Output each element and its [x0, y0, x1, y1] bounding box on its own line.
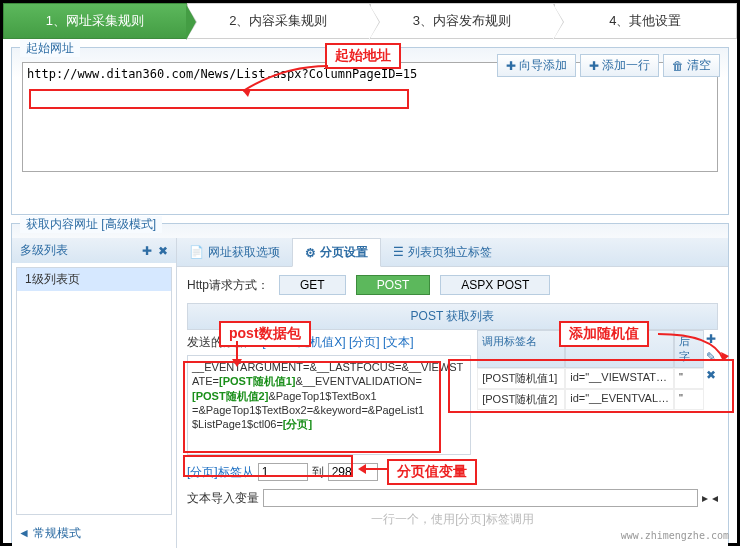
trash-icon: 🗑 [672, 59, 684, 73]
x-icon[interactable]: ✖ [158, 244, 168, 258]
plus-icon[interactable]: ✚ [142, 244, 152, 258]
import-var-label: 文本导入变量 [187, 490, 259, 507]
edit-icon[interactable]: ✎ [706, 350, 716, 364]
watermark: www.zhimengzhe.com [621, 530, 729, 541]
post-data-box[interactable]: __EVENTARGUMENT=&__LASTFOCUS=&__VIEWST A… [187, 355, 471, 455]
page-to-label: 到 [312, 464, 324, 481]
http-method-label: Http请求方式： [187, 277, 269, 294]
callout-page-var: 分页值变量 [387, 459, 477, 485]
hint-text: 一行一个，使用[分页]标签调用 [187, 511, 718, 528]
tab-page-settings[interactable]: ⚙分页设置 [292, 238, 381, 267]
list-icon: ☰ [393, 245, 404, 259]
delete-icon[interactable]: ✖ [706, 368, 716, 382]
import-var-input[interactable] [263, 489, 698, 507]
table-row[interactable]: [POST随机值2] id="__EVENTVAL… " [477, 389, 704, 410]
get-button[interactable]: GET [279, 275, 346, 295]
start-url-panel: 起始网址 ✚向导添加 ✚添加一行 🗑清空 http://www.ditan360… [11, 47, 729, 215]
start-url-title: 起始网址 [20, 40, 80, 57]
callout-start-addr: 起始地址 [325, 43, 401, 69]
dd-left-icon[interactable]: ▸ [702, 491, 708, 505]
left-icon: ◄ [18, 526, 30, 540]
clear-button[interactable]: 🗑清空 [663, 54, 720, 77]
multi-list-label: 多级列表 [20, 242, 68, 259]
start-url-input[interactable]: http://www.ditan360.com/News/List.aspx?C… [22, 62, 718, 172]
page-tag-from-label: [分页]标签从 [187, 464, 254, 481]
file-icon: 📄 [189, 245, 204, 259]
page-from-input[interactable] [258, 463, 308, 481]
post-button[interactable]: POST [356, 275, 431, 295]
step-3[interactable]: 3、内容发布规则 [370, 3, 554, 39]
callout-add-random: 添加随机值 [559, 321, 649, 347]
gear-icon: ⚙ [305, 246, 316, 260]
page-to-input[interactable] [328, 463, 378, 481]
wizard-add-button[interactable]: ✚向导添加 [497, 54, 576, 77]
step-4[interactable]: 4、其他设置 [554, 3, 738, 39]
plus-icon: ✚ [589, 59, 599, 73]
th-tagname: 调用标签名 [477, 330, 565, 368]
list-item[interactable]: 1级列表页 [17, 268, 171, 291]
tab-list-tags[interactable]: ☰列表页独立标签 [381, 238, 504, 266]
content-url-panel: 获取内容网址 [高级模式] 多级列表 ✚ ✖ 1级列表页 [11, 223, 729, 543]
step-1[interactable]: 1、网址采集规则 [3, 3, 187, 39]
normal-mode-button[interactable]: ◄ 常规模式 [12, 519, 176, 548]
step-2[interactable]: 2、内容采集规则 [187, 3, 371, 39]
content-url-title: 获取内容网址 [高级模式] [20, 216, 162, 233]
dd-right-icon[interactable]: ◂ [712, 491, 718, 505]
step-tabs: 1、网址采集规则 2、内容采集规则 3、内容发布规则 4、其他设置 [3, 3, 737, 39]
add-row-button[interactable]: ✚添加一行 [580, 54, 659, 77]
plus-icon: ✚ [506, 59, 516, 73]
tab-url-options[interactable]: 📄网址获取选项 [177, 238, 292, 266]
callout-post-data: post数据包 [219, 321, 311, 347]
table-row[interactable]: [POST随机值1] id="__VIEWSTAT… " [477, 368, 704, 389]
add-icon[interactable]: ✚ [706, 332, 716, 346]
aspx-post-button[interactable]: ASPX POST [440, 275, 550, 295]
th-suffix: 后字 [674, 330, 704, 368]
